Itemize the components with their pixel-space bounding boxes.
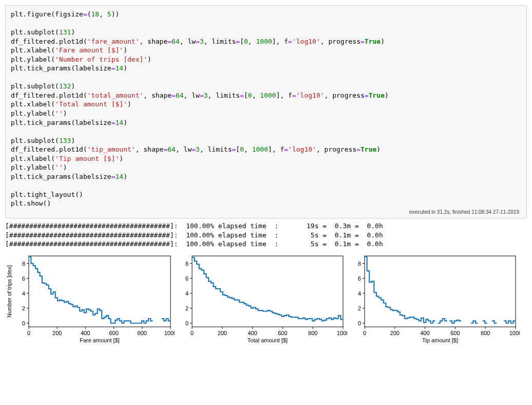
charts-row: 0200400600800100002468Fare amount [$]Num…	[5, 253, 527, 345]
svg-text:0: 0	[27, 330, 30, 336]
svg-text:6: 6	[358, 275, 361, 281]
svg-text:0: 0	[358, 320, 361, 326]
chart-xlabel: Total amount [$]	[248, 337, 288, 343]
svg-text:0: 0	[191, 330, 194, 336]
svg-text:0: 0	[22, 320, 25, 326]
progress-output: [#######################################…	[5, 222, 527, 249]
svg-text:600: 600	[278, 330, 287, 336]
code-cell[interactable]: plt.figure(figsize=(18, 5)) plt.subplot(…	[5, 5, 527, 218]
svg-rect-46	[365, 256, 516, 327]
svg-text:400: 400	[248, 330, 257, 336]
svg-text:1000: 1000	[337, 330, 347, 336]
chart-panel-1: 0200400600800100002468Total amount [$]	[178, 253, 347, 345]
code-content: plt.figure(figsize=(18, 5)) plt.subplot(…	[11, 10, 521, 208]
svg-rect-0	[29, 256, 170, 327]
chart-xlabel: Fare amount [$]	[80, 337, 120, 343]
svg-text:4: 4	[22, 290, 25, 296]
svg-text:400: 400	[420, 330, 429, 336]
svg-text:600: 600	[109, 330, 118, 336]
svg-text:1000: 1000	[164, 330, 175, 336]
svg-text:0: 0	[363, 330, 366, 336]
chart-series	[365, 256, 516, 323]
execution-info: executed in 31.2s, finished 11:08:34 27-…	[11, 208, 521, 217]
svg-text:8: 8	[185, 260, 188, 266]
svg-text:6: 6	[22, 275, 25, 281]
svg-text:8: 8	[358, 260, 361, 266]
svg-text:200: 200	[390, 330, 400, 336]
svg-text:0: 0	[185, 320, 188, 326]
chart-series	[29, 256, 170, 323]
svg-text:800: 800	[308, 330, 317, 336]
chart-panel-2: 0200400600800100002468Tip amount [$]	[350, 253, 520, 345]
chart-xlabel: Tip amount [$]	[422, 337, 458, 343]
svg-text:2: 2	[185, 305, 188, 311]
svg-text:200: 200	[218, 330, 227, 336]
svg-text:8: 8	[22, 260, 25, 266]
svg-text:600: 600	[450, 330, 460, 336]
svg-text:200: 200	[52, 330, 62, 336]
svg-text:4: 4	[185, 290, 188, 296]
svg-rect-23	[192, 256, 343, 327]
chart-ylabel: Number of trips [dex]	[6, 265, 12, 318]
chart-panel-0: 0200400600800100002468Fare amount [$]Num…	[5, 253, 175, 345]
svg-text:400: 400	[81, 330, 90, 336]
svg-text:2: 2	[358, 305, 361, 311]
svg-text:6: 6	[185, 275, 188, 281]
svg-text:800: 800	[481, 330, 490, 336]
chart-series	[192, 257, 343, 321]
svg-text:4: 4	[358, 290, 361, 296]
svg-text:1000: 1000	[509, 330, 520, 336]
svg-text:800: 800	[138, 330, 147, 336]
svg-text:2: 2	[22, 305, 25, 311]
